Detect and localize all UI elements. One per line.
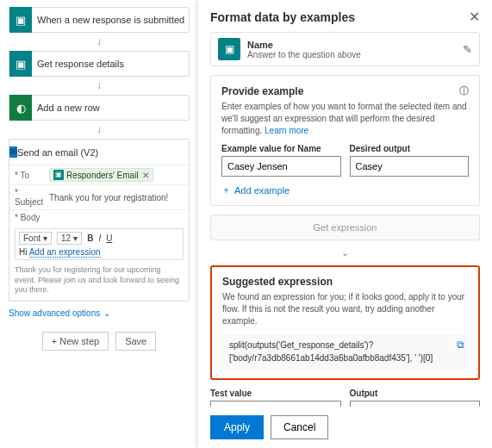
email-body-editor[interactable]: Font ▾ 12 ▾ B I U Hi Add an expression: [15, 228, 184, 260]
code-line: split(outputs('Get_response_details')?: [229, 339, 445, 352]
desired-output-label: Desired output: [350, 144, 470, 153]
desired-output-input[interactable]: [350, 156, 470, 177]
step-add-row[interactable]: ◐ Add a new row: [9, 95, 190, 121]
arrow-icon: ↓: [9, 80, 190, 90]
code-line: ['body/r7a3db8661ab14dd3a6ba0afbb8adf435…: [229, 352, 445, 365]
responders-email-pill[interactable]: ▣ Responders' Email ✕: [49, 168, 153, 182]
step-label: Send an email (V2): [17, 147, 98, 158]
save-button[interactable]: Save: [115, 332, 156, 351]
bold-button[interactable]: B: [87, 233, 93, 243]
close-icon[interactable]: ✕: [469, 9, 480, 25]
arrow-icon: ↓: [9, 36, 190, 47]
card-title: Provide example: [221, 85, 303, 97]
arrow-icon: ↓: [9, 124, 190, 134]
format-data-panel: Format data by examples ✕ ▣ Name Answer …: [198, 0, 492, 448]
info-icon[interactable]: ⓘ: [459, 84, 469, 97]
step-label: When a new response is submitted: [32, 15, 184, 25]
email-body-row: * Body: [9, 210, 189, 225]
field-name: Name: [247, 40, 456, 50]
step-send-email[interactable]: ✉ Send an email (V2) * To ▣ Responders' …: [9, 139, 190, 302]
font-size-select[interactable]: 12 ▾: [57, 232, 82, 245]
chevron-down-icon: ⌄: [103, 308, 110, 318]
chevron-down-icon: ▾: [73, 233, 78, 243]
subject-input[interactable]: Thank you for your registration!: [49, 193, 184, 202]
forms-icon: ▣: [9, 51, 32, 77]
field-subtitle: Answer to the question above: [247, 50, 456, 59]
font-select[interactable]: Font ▾: [19, 232, 52, 245]
example-value-label: Example value for Name: [221, 144, 341, 153]
card-subtext: Enter examples of how you want to format…: [221, 102, 467, 135]
test-value-input[interactable]: [210, 401, 341, 407]
step-label: Add a new row: [32, 103, 100, 113]
test-value-label: Test value: [210, 389, 341, 398]
dataverse-icon: ◐: [9, 95, 32, 121]
step-get-response[interactable]: ▣ Get response details: [9, 51, 190, 77]
field-label-to: * To: [15, 171, 49, 180]
body-text: Hi: [19, 247, 27, 257]
outlook-icon: ✉: [9, 146, 17, 158]
panel-title: Format data by examples: [210, 10, 355, 24]
chevron-down-icon[interactable]: ⌄: [210, 247, 480, 258]
field-label-subject: * Subject: [15, 188, 49, 207]
get-expression-button: Get expression: [210, 215, 480, 240]
edit-icon[interactable]: ✎: [463, 43, 472, 56]
field-label-body: * Body: [15, 213, 49, 222]
add-example-button[interactable]: ＋Add example: [221, 184, 290, 196]
panel-footer: Apply Cancel: [198, 407, 492, 448]
italic-button[interactable]: I: [98, 233, 101, 243]
flow-canvas: ▣ When a new response is submitted ↓ ▣ G…: [0, 0, 198, 351]
provide-example-card: Provide example ⓘ Enter examples of how …: [210, 75, 480, 206]
step-new-response[interactable]: ▣ When a new response is submitted: [9, 7, 190, 33]
card-title: Suggested expression: [222, 276, 333, 288]
forms-icon: ▣: [218, 38, 240, 60]
show-advanced-options[interactable]: Show advanced options⌄: [9, 308, 110, 318]
output-display: [350, 401, 481, 407]
learn-more-link[interactable]: Learn more: [265, 126, 308, 135]
expression-code: ⧉ split(outputs('Get_response_details')?…: [222, 334, 468, 370]
suggested-expression-card: Suggested expression We found an express…: [210, 265, 480, 380]
copy-icon[interactable]: ⧉: [457, 338, 464, 352]
email-subject-row: * Subject Thank you for your registratio…: [9, 185, 189, 210]
forms-icon: ▣: [53, 170, 64, 180]
remove-pill-icon[interactable]: ✕: [142, 171, 149, 180]
rich-text-toolbar: Font ▾ 12 ▾ B I U: [19, 232, 179, 245]
chevron-down-icon: ▾: [43, 233, 47, 243]
plus-icon: ＋: [221, 184, 231, 196]
example-value-input[interactable]: [221, 156, 341, 177]
body-help-text: Thank you for registering for our upcomi…: [9, 264, 189, 296]
pill-label: Responders' Email: [66, 171, 139, 180]
new-step-button[interactable]: + New step: [42, 332, 109, 351]
output-label: Output: [350, 389, 481, 398]
card-subtext: We found an expression for you; if it lo…: [222, 291, 468, 327]
add-expression-placeholder[interactable]: Add an expression: [29, 247, 101, 258]
forms-icon: ▣: [9, 7, 32, 33]
email-to-row: * To ▣ Responders' Email ✕: [9, 165, 189, 185]
underline-button[interactable]: U: [106, 233, 112, 243]
selected-field-card: ▣ Name Answer to the question above ✎: [210, 32, 480, 66]
apply-button[interactable]: Apply: [210, 415, 264, 439]
cancel-button[interactable]: Cancel: [271, 415, 328, 439]
step-label: Get response details: [32, 59, 124, 69]
